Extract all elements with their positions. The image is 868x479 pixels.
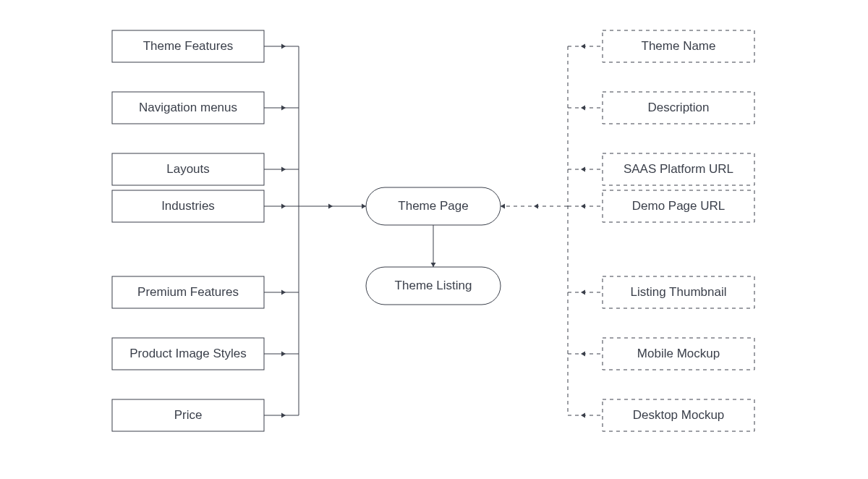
left-node-label: Navigation menus [139, 101, 237, 114]
center-node-theme-listing: Theme Listing [366, 267, 501, 305]
right-node-label: Listing Thumbnail [631, 285, 727, 299]
center-node-theme-page: Theme Page [366, 187, 501, 225]
right-node: Mobile Mockup [603, 338, 754, 370]
right-node-label: Demo Page URL [632, 199, 726, 213]
right-node: Desktop Mockup [603, 399, 754, 431]
right-node: Description [603, 92, 754, 124]
right-node: Theme Name [603, 30, 754, 62]
left-node: Industries [112, 190, 264, 222]
left-node: Premium Features [112, 276, 264, 308]
center-node-label: Theme Listing [395, 279, 472, 292]
left-node: Theme Features [112, 30, 264, 62]
left-node: Layouts [112, 153, 264, 185]
left-node-label: Product Image Styles [129, 347, 247, 360]
left-node-label: Premium Features [137, 285, 239, 299]
diagram-canvas: Theme FeaturesNavigation menusLayoutsInd… [0, 0, 868, 479]
center-node-label: Theme Page [398, 199, 468, 213]
left-node-label: Price [174, 408, 203, 422]
right-node: Demo Page URL [603, 190, 754, 222]
left-node-label: Industries [161, 199, 215, 213]
right-node-label: Mobile Mockup [637, 347, 720, 360]
right-node-label: Theme Name [642, 39, 716, 53]
left-node-label: Theme Features [143, 39, 234, 53]
right-node-label: Description [647, 101, 709, 114]
right-node: SAAS Platform URL [603, 153, 754, 185]
right-node: Listing Thumbnail [603, 276, 754, 308]
left-node: Product Image Styles [112, 338, 264, 370]
right-node-label: Desktop Mockup [633, 408, 725, 422]
left-node-label: Layouts [166, 162, 210, 176]
right-node-label: SAAS Platform URL [624, 162, 733, 176]
left-node: Price [112, 399, 264, 431]
left-node: Navigation menus [112, 92, 264, 124]
